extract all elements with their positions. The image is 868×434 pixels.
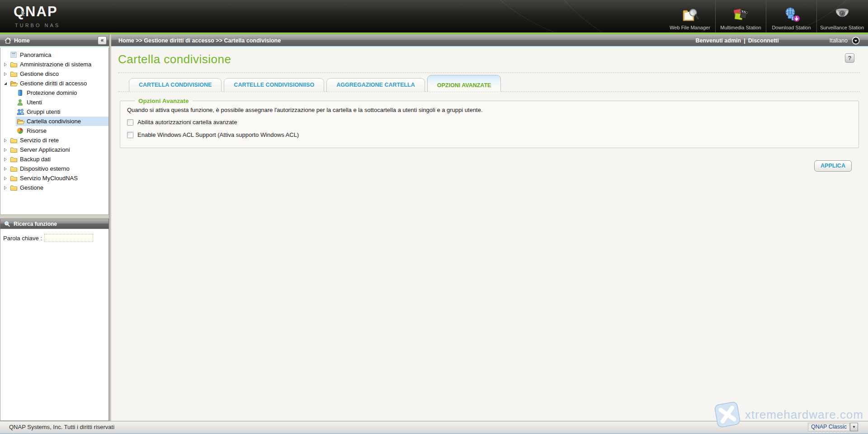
folder-icon — [10, 175, 20, 182]
panel-legend: Opzioni Avanzate — [135, 98, 192, 104]
sidebar-item-label: Servizio MyCloudNAS — [20, 175, 78, 182]
checkbox-row: Abilita autorizzazioni cartella avanzate — [127, 119, 852, 126]
sidebar-collapse-button[interactable]: « — [98, 36, 107, 45]
sidebar-item[interactable]: Panoramica — [0, 50, 108, 60]
advanced-options-panel: Opzioni Avanzate Quando si attiva questa… — [120, 98, 859, 148]
title-separator — [118, 72, 860, 73]
sidebar-item-label: Cartella condivisione — [27, 118, 81, 125]
collapsed-arrow-icon[interactable] — [3, 186, 10, 190]
download-station-icon — [782, 6, 802, 23]
language-value: Italiano — [830, 37, 848, 44]
tab[interactable]: OPZIONI AVANZATE — [427, 75, 501, 92]
folder-icon — [10, 147, 20, 153]
function-search-title: Ricerca funzione — [14, 221, 57, 227]
users-icon — [17, 99, 27, 106]
folder-icon — [10, 137, 20, 144]
folder-icon — [10, 166, 20, 172]
sidebar-item[interactable]: Servizio di rete — [0, 135, 108, 145]
collapsed-arrow-icon[interactable] — [3, 72, 10, 76]
sidebar-item[interactable]: Gruppi utenti — [0, 107, 108, 117]
home-panel-title: Home — [14, 37, 30, 44]
app-shortcut-label: Web File Manager — [670, 25, 710, 30]
page-title: Cartella condivisione — [118, 52, 231, 66]
breadcrumb[interactable]: Home >> Gestione diritti di accesso >> C… — [118, 37, 281, 44]
sidebar-item-label: Panoramica — [20, 51, 51, 58]
expanded-arrow-icon[interactable] — [3, 81, 10, 86]
sidebar-item[interactable]: Risorse — [0, 126, 108, 135]
user-groups-icon — [17, 108, 27, 115]
sidebar-item-label: Gestione diritti di accesso — [20, 80, 87, 87]
panel-description: Quando si attiva questa funzione, è poss… — [127, 107, 852, 113]
web-file-manager-icon — [680, 6, 700, 23]
footer: QNAP Systems, Inc. Tutti i diritti riser… — [0, 421, 868, 434]
separator: | — [744, 37, 745, 44]
sidebar: PanoramicaAmministrazione di sistemaGest… — [0, 48, 109, 421]
sidebar-item-label: Amministrazione di sistema — [20, 61, 91, 68]
top-bar: Home « Home >> Gestione diritti di acces… — [0, 34, 868, 47]
sidebar-item-label: Utenti — [27, 99, 42, 106]
qnap-logo: QNAP TURBO NAS — [14, 4, 60, 28]
app-shortcut[interactable]: Multimedia Station — [715, 0, 766, 33]
welcome-text: Benvenuti admin — [695, 37, 741, 44]
logout-link[interactable]: Disconnetti — [748, 37, 779, 44]
sidebar-item[interactable]: Server Applicazioni — [0, 145, 108, 154]
tab[interactable]: CARTELLE CONDIVISIONIISO — [224, 78, 324, 92]
sidebar-item-label: Dispositivo esterno — [20, 165, 70, 172]
collapsed-arrow-icon[interactable] — [3, 148, 10, 152]
sidebar-item-label: Server Applicazioni — [20, 146, 70, 153]
checkbox[interactable] — [127, 119, 133, 126]
folder-icon — [10, 185, 20, 191]
sidebar-item[interactable]: Dispositivo esterno — [0, 164, 108, 173]
checkbox[interactable] — [127, 132, 133, 138]
collapsed-arrow-icon[interactable] — [3, 62, 10, 67]
overview-icon — [10, 51, 20, 58]
sidebar-item[interactable]: Utenti — [0, 98, 108, 107]
sidebar-item[interactable]: Gestione disco — [0, 69, 108, 79]
header-app-shortcuts: Web File ManagerMultimedia StationDownlo… — [665, 0, 867, 33]
domain-protection-icon — [17, 89, 27, 96]
sidebar-item[interactable]: Cartella condivisione — [0, 117, 108, 126]
theme-dropdown-arrow-icon[interactable]: ▼ — [850, 423, 858, 431]
sidebar-item[interactable]: Gestione — [0, 183, 108, 192]
shared-folder-icon — [17, 118, 27, 125]
app-shortcut[interactable]: Surveillance Station — [816, 0, 867, 33]
app-shortcut[interactable]: Web File Manager — [665, 0, 715, 33]
sidebar-item[interactable]: Backup dati — [0, 154, 108, 164]
sidebar-item-label: Gruppi utenti — [27, 108, 60, 115]
sidebar-item-label: Risorse — [27, 127, 47, 134]
session-block: Benvenuti admin | Disconnetti — [695, 37, 778, 44]
multimedia-station-icon — [731, 6, 751, 23]
apply-button[interactable]: APPLICA — [814, 160, 852, 172]
checkbox-label: Enable Windows ACL Support (Attiva suppo… — [137, 131, 299, 138]
logo-cursor-icon — [21, 10, 26, 16]
sidebar-header: Home « — [0, 34, 109, 47]
sidebar-item[interactable]: Gestione diritti di accesso — [0, 79, 108, 88]
collapsed-arrow-icon[interactable] — [3, 157, 10, 162]
app-shortcut-label: Surveillance Station — [820, 25, 864, 30]
navigation-tree: PanoramicaAmministrazione di sistemaGest… — [0, 48, 109, 215]
collapsed-arrow-icon[interactable] — [3, 167, 10, 171]
tab[interactable]: CARTELLA CONDIVISIONE — [129, 78, 222, 92]
keyword-input[interactable] — [44, 234, 93, 242]
sidebar-item-label: Protezione dominio — [27, 89, 77, 96]
collapsed-arrow-icon[interactable] — [3, 176, 10, 181]
function-search-panel: Parola chiave : — [0, 229, 109, 421]
folder-open-icon — [10, 80, 20, 87]
sidebar-item-label: Gestione — [20, 184, 43, 191]
sidebar-item-label: Gestione disco — [20, 70, 59, 77]
surveillance-station-icon — [832, 6, 852, 23]
sidebar-item[interactable]: Protezione dominio — [0, 88, 108, 98]
help-icon[interactable]: ? — [845, 53, 854, 63]
sidebar-item[interactable]: Servizio MyCloudNAS — [0, 173, 108, 183]
theme-selector[interactable]: QNAP Classic ▼ — [808, 423, 858, 431]
checkbox-label: Abilita autorizzazioni cartella avanzate — [137, 119, 237, 126]
sidebar-item-label: Servizio di rete — [20, 137, 59, 144]
sidebar-item[interactable]: Amministrazione di sistema — [0, 60, 108, 69]
language-selector[interactable]: Italiano — [830, 37, 860, 45]
collapsed-arrow-icon[interactable] — [3, 138, 10, 143]
app-shortcut-label: Download Station — [772, 25, 811, 30]
app-shortcut[interactable]: Download Station — [766, 0, 816, 33]
tab[interactable]: AGGREGAZIONE CARTELLA — [326, 78, 425, 92]
main-content: Cartella condivisione ? CARTELLA CONDIVI… — [111, 48, 868, 421]
turbo-nas-label: TURBO NAS — [15, 23, 60, 28]
